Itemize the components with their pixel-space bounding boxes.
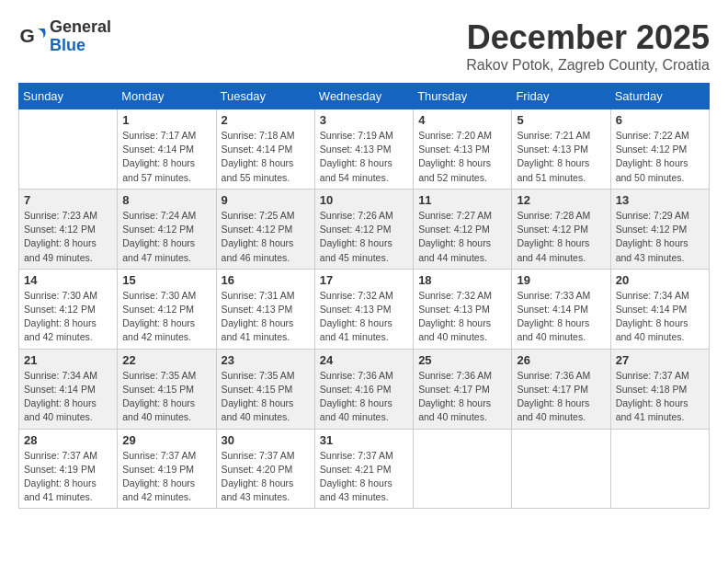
calendar-cell: 31Sunrise: 7:37 AMSunset: 4:21 PMDayligh… <box>314 429 413 509</box>
calendar-cell: 23Sunrise: 7:35 AMSunset: 4:15 PMDayligh… <box>216 349 314 429</box>
day-number: 5 <box>517 113 605 127</box>
calendar-cell: 28Sunrise: 7:37 AMSunset: 4:19 PMDayligh… <box>19 429 118 509</box>
day-number: 27 <box>616 353 704 367</box>
calendar-cell: 17Sunrise: 7:32 AMSunset: 4:13 PMDayligh… <box>314 269 413 349</box>
calendar-cell: 7Sunrise: 7:23 AMSunset: 4:12 PMDaylight… <box>19 189 118 269</box>
day-info: Sunrise: 7:28 AMSunset: 4:12 PMDaylight:… <box>517 209 605 265</box>
calendar-cell: 5Sunrise: 7:21 AMSunset: 4:13 PMDaylight… <box>512 109 610 190</box>
logo-general: General <box>50 18 111 37</box>
header-friday: Friday <box>512 84 610 109</box>
calendar-cell: 10Sunrise: 7:26 AMSunset: 4:12 PMDayligh… <box>314 189 413 269</box>
week-row-2: 7Sunrise: 7:23 AMSunset: 4:12 PMDaylight… <box>19 189 710 269</box>
day-number: 11 <box>418 193 506 207</box>
day-number: 28 <box>24 433 112 447</box>
month-title: December 2025 <box>466 18 710 57</box>
day-info: Sunrise: 7:18 AMSunset: 4:14 PMDaylight:… <box>222 129 310 185</box>
week-row-3: 14Sunrise: 7:30 AMSunset: 4:12 PMDayligh… <box>19 269 710 349</box>
day-number: 3 <box>320 113 408 127</box>
location: Rakov Potok, Zagreb County, Croatia <box>466 57 710 74</box>
calendar-cell: 3Sunrise: 7:19 AMSunset: 4:13 PMDaylight… <box>314 109 413 190</box>
day-info: Sunrise: 7:36 AMSunset: 4:17 PMDaylight:… <box>517 369 605 425</box>
logo-icon: G <box>18 23 46 51</box>
day-info: Sunrise: 7:37 AMSunset: 4:20 PMDaylight:… <box>222 449 310 505</box>
day-number: 23 <box>222 353 310 367</box>
day-number: 20 <box>616 273 704 287</box>
day-number: 6 <box>616 113 704 127</box>
day-number: 29 <box>122 433 210 447</box>
day-number: 4 <box>418 113 506 127</box>
day-info: Sunrise: 7:20 AMSunset: 4:13 PMDaylight:… <box>418 129 506 185</box>
calendar-cell: 1Sunrise: 7:17 AMSunset: 4:14 PMDaylight… <box>118 109 216 190</box>
day-info: Sunrise: 7:19 AMSunset: 4:13 PMDaylight:… <box>320 129 408 185</box>
header-sunday: Sunday <box>19 84 118 109</box>
day-number: 18 <box>418 273 506 287</box>
calendar-cell: 19Sunrise: 7:33 AMSunset: 4:14 PMDayligh… <box>512 269 610 349</box>
calendar-cell: 13Sunrise: 7:29 AMSunset: 4:12 PMDayligh… <box>610 189 709 269</box>
calendar-cell <box>512 429 610 509</box>
calendar-cell: 26Sunrise: 7:36 AMSunset: 4:17 PMDayligh… <box>512 349 610 429</box>
day-info: Sunrise: 7:23 AMSunset: 4:12 PMDaylight:… <box>24 209 112 265</box>
day-info: Sunrise: 7:34 AMSunset: 4:14 PMDaylight:… <box>24 369 112 425</box>
day-number: 2 <box>222 113 310 127</box>
day-number: 31 <box>320 433 408 447</box>
day-info: Sunrise: 7:37 AMSunset: 4:19 PMDaylight:… <box>24 449 112 505</box>
calendar-cell: 24Sunrise: 7:36 AMSunset: 4:16 PMDayligh… <box>314 349 413 429</box>
calendar-table: SundayMondayTuesdayWednesdayThursdayFrid… <box>18 83 710 509</box>
day-info: Sunrise: 7:36 AMSunset: 4:16 PMDaylight:… <box>320 369 408 425</box>
day-number: 19 <box>517 273 605 287</box>
day-info: Sunrise: 7:37 AMSunset: 4:19 PMDaylight:… <box>122 449 210 505</box>
calendar-cell <box>19 109 118 190</box>
page-header: G General Blue December 2025 Rakov Potok… <box>18 18 710 74</box>
calendar-cell: 20Sunrise: 7:34 AMSunset: 4:14 PMDayligh… <box>610 269 709 349</box>
calendar-cell: 15Sunrise: 7:30 AMSunset: 4:12 PMDayligh… <box>118 269 216 349</box>
day-number: 10 <box>320 193 408 207</box>
logo-blue: Blue <box>50 37 111 55</box>
week-row-1: 1Sunrise: 7:17 AMSunset: 4:14 PMDaylight… <box>19 109 710 190</box>
day-number: 7 <box>24 193 112 207</box>
title-section: December 2025 Rakov Potok, Zagreb County… <box>466 18 710 74</box>
header-wednesday: Wednesday <box>314 84 413 109</box>
calendar-cell: 12Sunrise: 7:28 AMSunset: 4:12 PMDayligh… <box>512 189 610 269</box>
day-info: Sunrise: 7:29 AMSunset: 4:12 PMDaylight:… <box>616 209 704 265</box>
day-info: Sunrise: 7:21 AMSunset: 4:13 PMDaylight:… <box>517 129 605 185</box>
day-info: Sunrise: 7:35 AMSunset: 4:15 PMDaylight:… <box>222 369 310 425</box>
day-info: Sunrise: 7:37 AMSunset: 4:18 PMDaylight:… <box>616 369 704 425</box>
day-info: Sunrise: 7:34 AMSunset: 4:14 PMDaylight:… <box>616 289 704 345</box>
calendar-cell: 6Sunrise: 7:22 AMSunset: 4:12 PMDaylight… <box>610 109 709 190</box>
day-number: 25 <box>418 353 506 367</box>
day-number: 9 <box>222 193 310 207</box>
calendar-cell <box>610 429 709 509</box>
day-info: Sunrise: 7:26 AMSunset: 4:12 PMDaylight:… <box>320 209 408 265</box>
day-info: Sunrise: 7:17 AMSunset: 4:14 PMDaylight:… <box>122 129 210 185</box>
day-info: Sunrise: 7:31 AMSunset: 4:13 PMDaylight:… <box>222 289 310 345</box>
calendar-cell: 27Sunrise: 7:37 AMSunset: 4:18 PMDayligh… <box>610 349 709 429</box>
calendar-cell: 14Sunrise: 7:30 AMSunset: 4:12 PMDayligh… <box>19 269 118 349</box>
day-info: Sunrise: 7:24 AMSunset: 4:12 PMDaylight:… <box>122 209 210 265</box>
day-info: Sunrise: 7:32 AMSunset: 4:13 PMDaylight:… <box>320 289 408 345</box>
header-thursday: Thursday <box>414 84 512 109</box>
day-number: 26 <box>517 353 605 367</box>
day-number: 15 <box>122 273 210 287</box>
day-info: Sunrise: 7:22 AMSunset: 4:12 PMDaylight:… <box>616 129 704 185</box>
calendar-cell: 9Sunrise: 7:25 AMSunset: 4:12 PMDaylight… <box>216 189 314 269</box>
logo: G General Blue <box>18 18 111 55</box>
calendar-cell: 4Sunrise: 7:20 AMSunset: 4:13 PMDaylight… <box>414 109 512 190</box>
calendar-cell: 8Sunrise: 7:24 AMSunset: 4:12 PMDaylight… <box>118 189 216 269</box>
day-number: 12 <box>517 193 605 207</box>
weekday-header-row: SundayMondayTuesdayWednesdayThursdayFrid… <box>19 84 710 109</box>
day-info: Sunrise: 7:37 AMSunset: 4:21 PMDaylight:… <box>320 449 408 505</box>
day-number: 14 <box>24 273 112 287</box>
day-number: 24 <box>320 353 408 367</box>
calendar-cell: 18Sunrise: 7:32 AMSunset: 4:13 PMDayligh… <box>414 269 512 349</box>
day-info: Sunrise: 7:30 AMSunset: 4:12 PMDaylight:… <box>24 289 112 345</box>
calendar-cell: 22Sunrise: 7:35 AMSunset: 4:15 PMDayligh… <box>118 349 216 429</box>
day-info: Sunrise: 7:30 AMSunset: 4:12 PMDaylight:… <box>122 289 210 345</box>
day-number: 1 <box>122 113 210 127</box>
week-row-4: 21Sunrise: 7:34 AMSunset: 4:14 PMDayligh… <box>19 349 710 429</box>
header-tuesday: Tuesday <box>216 84 314 109</box>
calendar-cell: 29Sunrise: 7:37 AMSunset: 4:19 PMDayligh… <box>118 429 216 509</box>
week-row-5: 28Sunrise: 7:37 AMSunset: 4:19 PMDayligh… <box>19 429 710 509</box>
day-number: 21 <box>24 353 112 367</box>
svg-text:G: G <box>20 25 35 46</box>
day-info: Sunrise: 7:35 AMSunset: 4:15 PMDaylight:… <box>122 369 210 425</box>
